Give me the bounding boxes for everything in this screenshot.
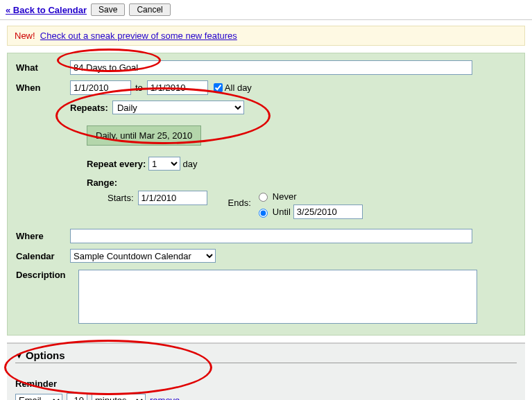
back-to-calendar-link[interactable]: « Back to Calendar xyxy=(6,5,87,15)
to-label: to xyxy=(135,82,143,93)
where-input[interactable] xyxy=(70,229,472,243)
repeats-select[interactable]: Daily xyxy=(112,101,244,114)
options-header-label: Options xyxy=(26,349,65,361)
all-day-label: All day xyxy=(225,82,252,93)
all-day-checkbox[interactable] xyxy=(214,83,223,92)
range-ends-label: Ends: xyxy=(228,198,251,208)
options-header[interactable]: ▼ Options xyxy=(15,349,517,363)
ends-until-input[interactable] xyxy=(293,205,363,219)
range-starts-input[interactable] xyxy=(138,191,207,205)
reminder-unit-select[interactable]: minutes xyxy=(92,394,146,401)
what-label: What xyxy=(16,62,70,73)
repeats-label: Repeats: xyxy=(70,103,108,113)
description-label: Description xyxy=(16,270,78,280)
options-panel: ▼ Options Reminder Email minutes remove … xyxy=(7,342,525,400)
ends-until-label: Until xyxy=(273,207,291,217)
repeat-every-unit: day xyxy=(183,159,198,169)
repeat-every-label: Repeat every: xyxy=(87,159,146,169)
end-date-input[interactable] xyxy=(147,80,208,95)
repeat-every-select[interactable]: 1 xyxy=(148,157,180,171)
reminder-amount-input[interactable] xyxy=(67,393,87,400)
new-tag: New! xyxy=(15,31,35,41)
what-input[interactable] xyxy=(70,60,472,75)
triangle-down-icon: ▼ xyxy=(15,351,23,360)
description-textarea[interactable] xyxy=(78,270,477,324)
ends-until-radio[interactable] xyxy=(259,209,268,218)
reminder-remove-link[interactable]: remove xyxy=(150,395,180,400)
ends-never-label: Never xyxy=(273,191,297,202)
calendar-select[interactable]: Sample Countdown Calendar xyxy=(70,249,216,263)
cancel-button[interactable]: Cancel xyxy=(129,3,170,16)
reminder-method-select[interactable]: Email xyxy=(15,394,62,401)
range-starts-label: Starts: xyxy=(108,193,134,203)
ends-never-radio[interactable] xyxy=(259,193,268,202)
range-label: Range: xyxy=(87,177,117,188)
where-label: Where xyxy=(16,231,70,241)
when-label: When xyxy=(16,82,70,93)
start-date-input[interactable] xyxy=(70,80,131,95)
new-features-notice: New! Check out a sneak preview of some n… xyxy=(7,26,525,46)
repeat-summary: Daily, until Mar 25, 2010 xyxy=(87,125,201,146)
sneak-preview-link[interactable]: Check out a sneak preview of some new fe… xyxy=(40,31,237,41)
event-details-panel: What When to All day Repeats: Daily Dail… xyxy=(7,53,525,336)
reminder-label: Reminder xyxy=(15,379,517,389)
calendar-label: Calendar xyxy=(16,251,70,261)
save-button[interactable]: Save xyxy=(91,3,125,16)
